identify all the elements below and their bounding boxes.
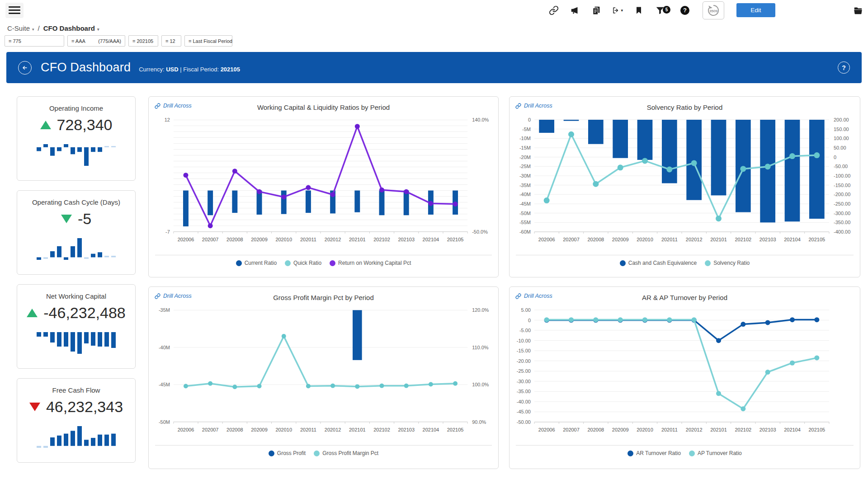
svg-text:202103: 202103 (760, 427, 776, 432)
svg-text:-10.00: -10.00 (517, 338, 531, 343)
legend-dot (269, 450, 274, 456)
copy-pages-icon[interactable] (591, 5, 602, 16)
svg-text:200.00: 200.00 (834, 117, 849, 122)
svg-text:202008: 202008 (226, 427, 243, 432)
filter-chip[interactable]: = 202105 (128, 35, 158, 47)
legend-item[interactable]: Gross Profit (269, 450, 306, 456)
legend-item[interactable]: Solvency Ratio (705, 260, 750, 266)
link-icon (155, 103, 160, 109)
legend-item[interactable]: Current Ratio (236, 260, 277, 266)
fiscal-period-value: 202105 (221, 66, 240, 73)
trend-down-icon (61, 215, 72, 223)
drill-across-link[interactable]: Drill Across (515, 103, 552, 109)
kpi-card-net-working-capital: Net Working Capital -46,232,488 (17, 284, 136, 369)
svg-text:202011: 202011 (300, 427, 316, 432)
solvency-ratio-plot[interactable]: 0-5M-10M-15M-20M-25M-30M-35M-40M-45M-50M… (509, 115, 860, 253)
working-capital-liquidity-plot[interactable]: 12-7140.0%-50.0%202006202007202008202009… (149, 115, 498, 253)
hamburger-menu-icon[interactable] (5, 3, 24, 18)
svg-text:202104: 202104 (784, 237, 801, 242)
folder-icon[interactable] (853, 5, 863, 16)
filter-chip[interactable]: = 12 (161, 35, 181, 47)
gross-profit-margin-plot[interactable]: -35M-40M-45M-50M120.0%110.0%100.0%90.0%2… (149, 305, 498, 444)
svg-text:202008: 202008 (587, 237, 604, 242)
drill-across-link[interactable]: Drill Across (515, 293, 552, 299)
legend-dot (285, 260, 291, 266)
svg-text:202012: 202012 (686, 427, 703, 432)
link-icon (515, 103, 521, 109)
svg-text:100.00: 100.00 (834, 136, 849, 141)
svg-text:-50.0%: -50.0% (472, 229, 488, 235)
legend-divider (155, 445, 492, 446)
bookmark-icon[interactable] (633, 5, 644, 16)
svg-text:202103: 202103 (398, 427, 415, 432)
svg-text:202006: 202006 (178, 427, 194, 432)
svg-text:-350.00: -350.00 (834, 220, 850, 225)
svg-text:202104: 202104 (423, 237, 439, 242)
legend-item[interactable]: Return on Working Capital Pct (330, 260, 411, 266)
kpi-column: Operating Income 728,340 Operating Cash … (17, 96, 136, 469)
top-toolbar: ▾ 5 ? 3509 Edit (0, 0, 868, 20)
svg-text:-300.00: -300.00 (834, 211, 850, 216)
legend-item[interactable]: AP Turnover Ratio (689, 450, 742, 456)
svg-text:150.00: 150.00 (834, 127, 849, 132)
chart-card-gross-profit-margin: Drill Across Gross Profit Margin Pct by … (148, 286, 499, 469)
arrow-left-icon (21, 64, 28, 71)
svg-text:-15.00: -15.00 (517, 348, 531, 353)
ar-ap-turnover-plot[interactable]: 5.000-5.00-10.00-15.00-20.00-25.00-30.00… (509, 305, 860, 444)
chart-legend: AR Turnover Ratio AP Turnover Ratio (509, 450, 860, 456)
svg-text:202009: 202009 (251, 427, 268, 432)
legend-item[interactable]: Gross Profit Margin Pct (314, 450, 378, 456)
svg-text:-20.00: -20.00 (517, 358, 531, 364)
svg-text:-50.00: -50.00 (834, 164, 848, 169)
auto-refresh-timer-button[interactable]: 3509 (703, 1, 724, 19)
drill-across-link[interactable]: Drill Across (155, 103, 192, 109)
chart-title: Solvency Ratio by Period (509, 103, 860, 111)
filter-chip[interactable]: = 775 (5, 35, 64, 47)
legend-item[interactable]: Cash and Cash Equivalence (620, 260, 697, 266)
back-button[interactable] (18, 61, 32, 75)
header-help-button[interactable]: ? (838, 61, 850, 74)
kpi-sparkline (17, 140, 135, 173)
svg-text:-35.00: -35.00 (517, 389, 531, 394)
svg-text:-7: -7 (165, 229, 170, 235)
svg-text:202007: 202007 (202, 427, 219, 432)
svg-text:202007: 202007 (563, 427, 580, 432)
svg-text:202012: 202012 (686, 237, 703, 242)
edit-button[interactable]: Edit (736, 3, 775, 17)
svg-text:-55M: -55M (519, 220, 531, 225)
svg-text:202105: 202105 (447, 237, 464, 242)
svg-text:202011: 202011 (661, 237, 678, 242)
svg-text:0: 0 (528, 117, 531, 122)
svg-text:90.0%: 90.0% (472, 419, 486, 425)
svg-text:-200.00: -200.00 (834, 192, 850, 197)
help-icon[interactable]: ? (679, 5, 690, 16)
filter-chip-bar: = 775 = AAA(775/AAA) = 202105 = 12 = Las… (0, 33, 868, 47)
legend-dot (330, 260, 335, 266)
svg-text:202010: 202010 (275, 237, 292, 242)
legend-item[interactable]: AR Turnover Ratio (627, 450, 681, 456)
trend-up-icon (27, 309, 38, 317)
chevron-down-icon: ▾ (97, 27, 99, 32)
filter-chip[interactable]: = Last Fiscal Period (184, 35, 232, 47)
svg-text:50.00: 50.00 (834, 145, 846, 150)
share-link-icon[interactable] (548, 5, 559, 16)
link-icon (515, 293, 521, 299)
chart-legend: Cash and Cash Equivalence Solvency Ratio (509, 260, 860, 266)
filter-icon[interactable]: 5 (655, 5, 665, 16)
svg-text:202101: 202101 (710, 237, 727, 242)
svg-text:202010: 202010 (275, 427, 292, 432)
announcement-icon[interactable] (570, 5, 580, 16)
svg-text:202102: 202102 (373, 237, 390, 242)
filter-chip[interactable]: = AAA(775/AAA) (67, 35, 125, 47)
kpi-title: Operating Income (17, 104, 135, 112)
breadcrumb-root-dropdown[interactable]: C-Suite▾ (7, 24, 34, 32)
legend-item[interactable]: Quick Ratio (285, 260, 321, 266)
chart-card-working-capital-liquidity: Drill Across Working Capital & Liquidity… (148, 96, 499, 277)
kpi-card-operating-cash-cycle: Operating Cash Cycle (Days) -5 (17, 190, 136, 275)
export-icon[interactable]: ▾ (612, 5, 623, 16)
chart-card-solvency-ratio: Drill Across Solvency Ratio by Period 0-… (509, 96, 860, 277)
svg-text:120.0%: 120.0% (472, 307, 489, 313)
svg-text:140.0%: 140.0% (472, 117, 489, 122)
drill-across-link[interactable]: Drill Across (155, 293, 192, 299)
breadcrumb-current-dropdown[interactable]: CFO Dashboard▾ (43, 24, 99, 32)
